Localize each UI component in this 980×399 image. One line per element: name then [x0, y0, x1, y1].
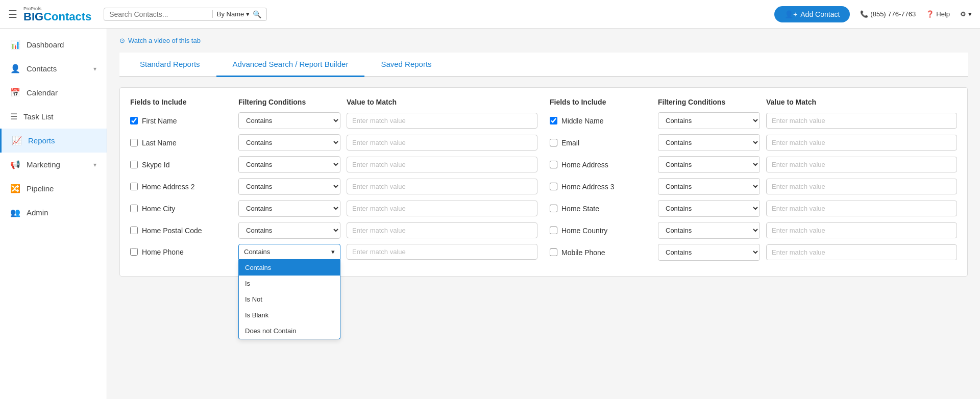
left-header-fields: Fields to Include: [130, 98, 232, 106]
mobile-phone-field: Mobile Phone: [550, 248, 652, 257]
home-address-filter-select[interactable]: ContainsIsIs NotIs BlankDoes not Contain: [658, 156, 760, 173]
skype-id-checkbox[interactable]: [130, 161, 138, 168]
home-city-match-input[interactable]: [347, 201, 537, 216]
right-header-filtering: Filtering Conditions: [658, 98, 760, 106]
sidebar: 📊 Dashboard 👤 Contacts ▾ 📅 Calendar ☰ Ta…: [0, 29, 107, 399]
row-home-phone: Home Phone Contains ▾ Contains Is Is: [130, 244, 537, 260]
mobile-phone-checkbox[interactable]: [550, 248, 557, 256]
home-phone-match-input[interactable]: [347, 244, 537, 260]
home-address-3-filter-select[interactable]: ContainsIsIs NotIs BlankDoes not Contain: [658, 178, 760, 195]
home-address-field: Home Address: [550, 161, 652, 169]
search-bar[interactable]: By Name ▾ 🔍: [104, 8, 267, 21]
middle-name-field: Middle Name: [550, 117, 652, 125]
dropdown-option-is[interactable]: Is: [239, 276, 340, 291]
home-postal-code-checkbox[interactable]: [130, 227, 138, 234]
first-name-label: First Name: [142, 117, 177, 125]
last-name-match-input[interactable]: [347, 135, 537, 151]
add-contact-label: Add Contact: [800, 10, 840, 18]
last-name-checkbox[interactable]: [130, 139, 138, 146]
sidebar-item-dashboard[interactable]: 📊 Dashboard: [0, 33, 107, 57]
home-address-3-match-input[interactable]: [766, 179, 957, 194]
home-country-match-input[interactable]: [766, 222, 957, 238]
dropdown-option-does-not-contain[interactable]: Does not Contain: [239, 323, 340, 339]
row-middle-name: Middle Name ContainsIsIs NotIs BlankDoes…: [550, 112, 957, 129]
mobile-phone-match-input[interactable]: [766, 244, 957, 260]
last-name-label: Last Name: [142, 139, 177, 147]
skype-id-match-input[interactable]: [347, 157, 537, 172]
email-match-input[interactable]: [766, 135, 957, 151]
first-name-filter-select[interactable]: ContainsIsIs NotIs BlankDoes not Contain: [238, 112, 340, 129]
video-link[interactable]: ⊙ Watch a video of this tab: [119, 37, 968, 44]
home-city-filter-select[interactable]: ContainsIsIs NotIs BlankDoes not Contain: [238, 200, 340, 217]
skype-id-filter-select[interactable]: ContainsIsIs NotIs BlankDoes not Contain: [238, 156, 340, 173]
last-name-filter-select[interactable]: ContainsIsIs NotIs BlankDoes not Contain: [238, 134, 340, 151]
home-address-2-checkbox[interactable]: [130, 183, 138, 190]
tab-advanced[interactable]: Advanced Search / Report Builder: [216, 53, 365, 77]
add-contact-button[interactable]: 👤+ Add Contact: [774, 6, 850, 22]
middle-name-match-input[interactable]: [766, 113, 957, 129]
right-header-value: Value to Match: [766, 98, 957, 106]
search-icon[interactable]: 🔍: [253, 10, 261, 18]
marketing-chevron-icon: ▾: [93, 161, 96, 168]
logo-big-text: BIG: [23, 11, 43, 22]
dropdown-option-contains[interactable]: Contains: [239, 260, 340, 276]
reports-icon: 📈: [12, 136, 22, 145]
tab-standard[interactable]: Standard Reports: [124, 53, 216, 77]
search-input[interactable]: [109, 10, 208, 18]
row-skype-id: Skype Id ContainsIsIs NotIs BlankDoes no…: [130, 156, 537, 173]
sidebar-item-calendar[interactable]: 📅 Calendar: [0, 81, 107, 105]
first-name-checkbox[interactable]: [130, 117, 138, 124]
home-address-2-filter-select[interactable]: ContainsIsIs NotIs BlankDoes not Contain: [238, 178, 340, 195]
home-state-match-input[interactable]: [766, 201, 957, 216]
sidebar-item-reports[interactable]: 📈 Reports: [0, 129, 107, 153]
hamburger-icon[interactable]: ☰: [8, 8, 17, 20]
sidebar-item-admin-label: Admin: [27, 208, 48, 217]
chevron-down-icon: ▾: [246, 10, 250, 18]
home-address-match-input[interactable]: [766, 157, 957, 172]
first-name-match-input[interactable]: [347, 113, 537, 129]
home-state-checkbox[interactable]: [550, 205, 557, 212]
sidebar-item-contacts[interactable]: 👤 Contacts ▾: [0, 57, 107, 81]
middle-name-filter-select[interactable]: ContainsIsIs NotIs BlankDoes not Contain: [658, 112, 760, 129]
dropdown-option-is-not[interactable]: Is Not: [239, 291, 340, 307]
home-phone-checkbox[interactable]: [130, 248, 138, 256]
row-home-address-2: Home Address 2 ContainsIsIs NotIs BlankD…: [130, 178, 537, 195]
sidebar-item-marketing-label: Marketing: [27, 160, 60, 169]
home-postal-code-field: Home Postal Code: [130, 227, 232, 235]
home-country-checkbox[interactable]: [550, 227, 557, 234]
phone-link[interactable]: 📞 (855) 776-7763: [860, 10, 916, 18]
sidebar-item-tasklist[interactable]: ☰ Task List: [0, 105, 107, 129]
home-address-checkbox[interactable]: [550, 161, 557, 168]
contacts-icon: 👤: [10, 64, 20, 73]
settings-link[interactable]: ⚙ ▾: [960, 10, 972, 18]
home-city-checkbox[interactable]: [130, 205, 138, 212]
sidebar-item-admin[interactable]: 👥 Admin: [0, 201, 107, 225]
home-address-label: Home Address: [561, 161, 608, 169]
sidebar-item-pipeline[interactable]: 🔀 Pipeline: [0, 177, 107, 201]
marketing-icon: 📢: [10, 160, 20, 169]
email-filter-select[interactable]: ContainsIsIs NotIs BlankDoes not Contain: [658, 134, 760, 151]
video-link-label: Watch a video of this tab: [128, 37, 201, 44]
email-checkbox[interactable]: [550, 139, 557, 146]
mobile-phone-filter-select[interactable]: ContainsIsIs NotIs BlankDoes not Contain: [658, 244, 760, 261]
home-address-3-checkbox[interactable]: [550, 183, 557, 190]
home-country-filter-select[interactable]: ContainsIsIs NotIs BlankDoes not Contain: [658, 222, 760, 239]
dropdown-option-is-blank[interactable]: Is Blank: [239, 307, 340, 323]
search-by-dropdown[interactable]: By Name ▾: [212, 10, 250, 18]
home-address-2-match-input[interactable]: [347, 179, 537, 194]
add-contact-icon: 👤+: [785, 10, 797, 18]
home-postal-code-filter-select[interactable]: ContainsIsIs NotIs BlankDoes not Contain: [238, 222, 340, 239]
right-header-fields: Fields to Include: [550, 98, 652, 106]
sidebar-item-pipeline-label: Pipeline: [27, 184, 54, 193]
first-name-field: First Name: [130, 117, 232, 125]
navbar: ☰ ProProfs BIG Contacts By Name ▾ 🔍 👤+ A…: [0, 0, 980, 29]
tab-saved[interactable]: Saved Reports: [364, 53, 448, 77]
home-state-filter-select[interactable]: ContainsIsIs NotIs BlankDoes not Contain: [658, 200, 760, 217]
home-postal-code-match-input[interactable]: [347, 222, 537, 238]
home-phone-filter-dropdown[interactable]: Contains ▾ Contains Is Is Not Is Blank D…: [238, 244, 340, 260]
sidebar-item-marketing[interactable]: 📢 Marketing ▾: [0, 153, 107, 177]
middle-name-checkbox[interactable]: [550, 117, 557, 124]
home-phone-filter-select-header[interactable]: Contains ▾: [238, 244, 340, 260]
pipeline-icon: 🔀: [10, 184, 20, 193]
help-link[interactable]: ❓ Help: [926, 10, 950, 18]
